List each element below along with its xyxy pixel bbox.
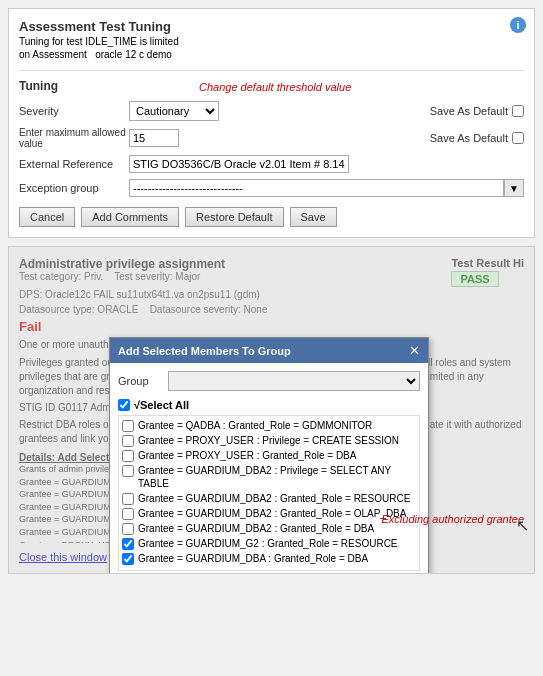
item-checkbox-8[interactable] [122,553,134,565]
panel-subtitle2: on Assessment oracle 12 c demo [19,49,524,60]
select-all-label: √Select All [134,399,189,411]
modal-body: Group √Select All Grantee = QADBA : Gran… [110,363,428,574]
item-checkbox-5[interactable] [122,508,134,520]
list-item: Grantee = GUARDIUM_DBA2 : Granted_Role =… [122,507,416,520]
top-panel: Assessment Test Tuning Tuning for test I… [8,8,535,238]
modal-group-select[interactable] [168,371,420,391]
save-as-default2-label: Save As Default [430,132,508,144]
select-all-checkbox[interactable] [118,399,130,411]
list-item: Grantee = GUARDIUM_G2 : Granted_Role = R… [122,537,416,550]
add-comments-button[interactable]: Add Comments [81,207,179,227]
severity-label: Severity [19,105,129,117]
info-icon[interactable]: i [510,17,526,33]
exception-group-row: Exception group ▼ [19,179,524,197]
modal-dialog: Add Selected Members To Group ✕ Group √S… [109,337,429,574]
action-buttons: Cancel Add Comments Restore Default Save [19,207,524,227]
item-checkbox-6[interactable] [122,523,134,535]
modal-select-all: √Select All [118,399,420,411]
item-checkbox-2[interactable] [122,450,134,462]
save-button[interactable]: Save [290,207,337,227]
list-item: Grantee = QADBA : Granted_Role = GDMMONI… [122,419,416,432]
save-as-default2-checkbox[interactable] [512,132,524,144]
severity-row: Severity Cautionary Minor Major Critical… [19,101,524,121]
list-item: Grantee = GUARDIUM_DBA : Granted_Role = … [122,552,416,565]
severity-select[interactable]: Cautionary Minor Major Critical [129,101,219,121]
restore-default-button[interactable]: Restore Default [185,207,283,227]
modal-group-row: Group [118,371,420,391]
panel-title: Assessment Test Tuning [19,19,524,34]
item-checkbox-1[interactable] [122,435,134,447]
list-item: Grantee = GUARDIUM_DBA2 : Privilege = SE… [122,464,416,490]
modal-close-button[interactable]: ✕ [409,343,420,358]
exception-browse-btn[interactable]: ▼ [504,179,524,197]
bottom-panel: Administrative privilege assignment Test… [8,246,535,574]
exception-group-input[interactable] [129,179,504,197]
cancel-button[interactable]: Cancel [19,207,75,227]
list-item: Grantee = GUARDIUM_DBA2 : Granted_Role =… [122,492,416,505]
modal-header: Add Selected Members To Group ✕ [110,338,428,363]
exception-group-label: Exception group [19,182,129,194]
panel-subtitle1: Tuning for test IDLE_TIME is limited [19,36,524,47]
excluding-label: Excluding authorized grantee [382,513,524,525]
tuning-section: Tuning Change default threshold value Se… [19,70,524,227]
item-checkbox-0[interactable] [122,420,134,432]
item-checkbox-4[interactable] [122,493,134,505]
modal-title: Add Selected Members To Group [118,345,291,357]
item-checkbox-3[interactable] [122,465,134,477]
list-item: Grantee = PROXY_USER : Granted_Role = DB… [122,449,416,462]
ext-ref-label: External Reference [19,158,129,170]
max-value-input[interactable] [129,129,179,147]
modal-checklist: Grantee = QADBA : Granted_Role = GDMMONI… [118,415,420,571]
list-item: Grantee = GUARDIUM_DBA2 : Granted_Role =… [122,522,416,535]
ext-ref-input[interactable] [129,155,349,173]
max-value-label: Enter maximum allowed value [19,127,129,149]
item-checkbox-7[interactable] [122,538,134,550]
cursor-pointer-icon: ↖ [516,516,529,535]
save-as-default1-checkbox[interactable] [512,105,524,117]
modal-group-label: Group [118,375,168,387]
change-threshold-note: Change default threshold value [199,81,351,93]
list-item: Grantee = PROXY_USER : Privilege = CREAT… [122,434,416,447]
save-as-default1-label: Save As Default [430,105,508,117]
ext-ref-row: External Reference [19,155,524,173]
max-value-row: Enter maximum allowed value Save As Defa… [19,127,524,149]
